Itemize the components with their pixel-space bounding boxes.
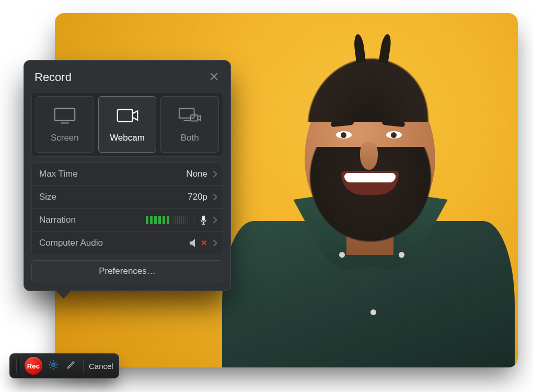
mode-screen[interactable]: Screen <box>36 96 94 153</box>
size-label: Size <box>39 192 56 202</box>
svg-point-5 <box>52 363 55 366</box>
person-illustration <box>222 28 515 367</box>
audio-label: Computer Audio <box>39 238 103 248</box>
max-time-value: None <box>186 169 207 179</box>
mode-selector: Screen Webcam Both <box>31 92 223 157</box>
mode-both[interactable]: Both <box>160 96 219 153</box>
webcam-icon <box>115 106 140 128</box>
svg-rect-2 <box>179 108 194 118</box>
mode-both-label: Both <box>181 133 199 143</box>
preferences-label: Preferences… <box>99 266 156 276</box>
svg-rect-4 <box>202 215 205 221</box>
max-time-label: Max Time <box>39 169 78 179</box>
record-panel: Record Screen <box>24 60 231 291</box>
mode-screen-label: Screen <box>51 133 79 143</box>
cancel-label: Cancel <box>89 362 113 371</box>
microphone-icon <box>200 215 207 225</box>
cancel-button[interactable]: Cancel <box>89 362 113 371</box>
narration-label: Narration <box>39 215 76 225</box>
mode-webcam[interactable]: Webcam <box>98 96 157 153</box>
chevron-right-icon <box>213 193 217 201</box>
narration-meter <box>146 216 194 224</box>
record-label: Rec <box>27 362 40 370</box>
record-button[interactable]: Rec <box>25 357 42 375</box>
svg-rect-1 <box>117 109 132 121</box>
preferences-button[interactable]: Preferences… <box>31 260 223 282</box>
settings-button[interactable] <box>47 359 60 373</box>
pencil-icon <box>66 360 76 372</box>
row-computer-audio[interactable]: Computer Audio ✕ <box>32 232 223 255</box>
annotate-button[interactable] <box>64 359 78 373</box>
gear-icon <box>48 359 59 373</box>
chevron-right-icon <box>213 170 217 178</box>
size-value: 720p <box>188 192 207 202</box>
row-size[interactable]: Size 720p <box>32 186 223 209</box>
close-icon <box>210 72 218 83</box>
both-icon <box>178 106 202 128</box>
close-button[interactable] <box>206 70 221 85</box>
speaker-muted-icon: ✕ <box>189 238 207 248</box>
svg-rect-0 <box>55 108 75 120</box>
panel-title: Record <box>34 71 72 84</box>
row-narration[interactable]: Narration <box>32 209 223 232</box>
settings-list: Max Time None Size 720p Narration <box>31 162 223 255</box>
mode-webcam-label: Webcam <box>110 133 145 143</box>
chevron-right-icon <box>213 239 217 247</box>
screen-icon <box>53 106 77 128</box>
chevron-right-icon <box>213 216 217 224</box>
drag-handle-icon[interactable] <box>13 359 19 373</box>
row-max-time[interactable]: Max Time None <box>32 163 223 186</box>
toolbar-separator <box>83 360 84 372</box>
record-toolbar: Rec Cancel <box>9 353 119 378</box>
